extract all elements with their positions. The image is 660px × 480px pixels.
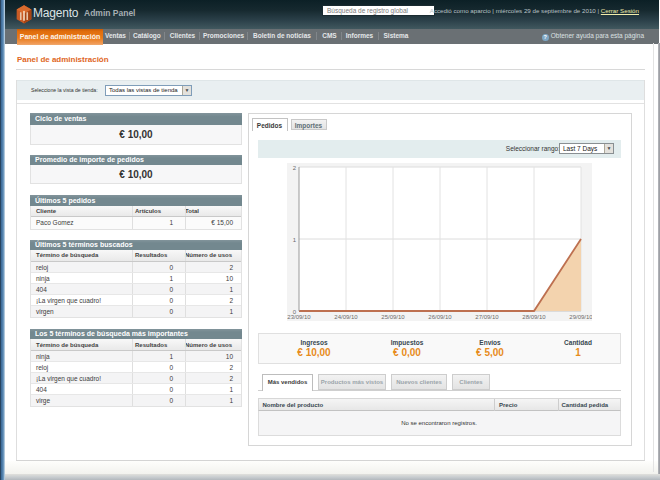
svg-text:28/09/10: 28/09/10	[522, 314, 546, 320]
svg-text:26/09/10: 26/09/10	[428, 314, 452, 320]
svg-text:29/09/10: 29/09/10	[569, 314, 592, 320]
svg-text:24/09/10: 24/09/10	[334, 314, 358, 320]
svg-text:25/09/10: 25/09/10	[381, 314, 405, 320]
svg-text:23/09/10: 23/09/10	[287, 314, 311, 320]
svg-text:27/09/10: 27/09/10	[475, 314, 499, 320]
